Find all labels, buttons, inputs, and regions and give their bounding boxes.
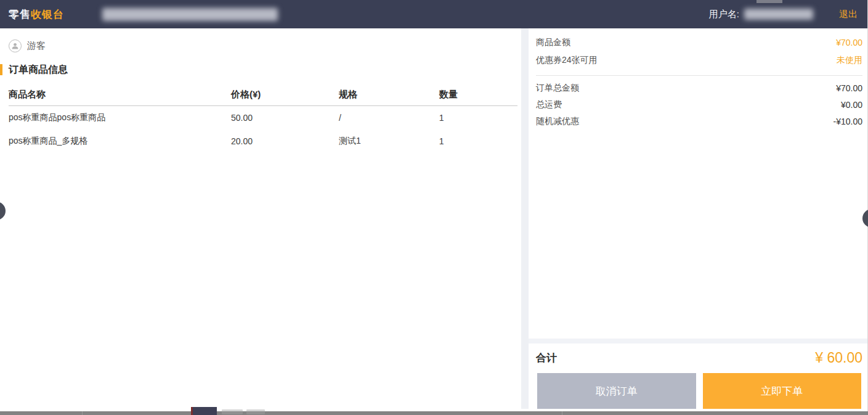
column-header-price: 价格(¥) <box>231 89 339 101</box>
total-row: 合计 ¥ 60.00 <box>536 343 862 372</box>
taskbar-label-blur <box>222 409 243 414</box>
cancel-order-button[interactable]: 取消订单 <box>537 373 696 409</box>
shipping-row: 总运费 ¥0.00 <box>536 96 862 113</box>
taskbar-strip <box>0 411 868 415</box>
shipping-value: ¥0.00 <box>841 100 862 110</box>
total-section-divider <box>529 339 867 343</box>
main-content: 游客 订单商品信息 商品名称 价格(¥) 规格 数量 pos称重商品pos称重商… <box>0 28 867 409</box>
taskbar-separator <box>562 411 562 415</box>
coupon-status-value[interactable]: 未使用 <box>837 55 862 66</box>
order-summary-panel: 商品金额 ¥70.00 优惠券24张可用 未使用 订单总金额 ¥70.00 总运… <box>529 28 867 409</box>
order-total-row: 订单总金额 ¥70.00 <box>536 80 862 96</box>
submit-order-button[interactable]: 立即下单 <box>703 373 862 409</box>
column-header-spec: 规格 <box>339 89 439 101</box>
products-table: 商品名称 价格(¥) 规格 数量 pos称重商品pos称重商品 50.00 / … <box>9 84 517 153</box>
username-label: 用户名: <box>709 9 739 20</box>
discount-row: 随机减优惠 -¥10.00 <box>536 113 862 129</box>
top-header: 零售收银台 用户名: 退出 <box>0 0 867 28</box>
total-label: 合计 <box>536 351 557 365</box>
customer-name: 游客 <box>27 40 46 52</box>
summary-spacer <box>536 129 862 339</box>
customer-row[interactable]: 游客 <box>9 38 521 53</box>
action-buttons: 取消订单 立即下单 <box>537 373 861 409</box>
coupon-label: 优惠券24张可用 <box>536 55 598 66</box>
shipping-label: 总运费 <box>536 99 562 110</box>
person-icon <box>9 39 22 52</box>
order-total-value: ¥70.00 <box>836 83 862 93</box>
brand-prefix: 零售 <box>9 9 31 20</box>
taskbar-thumbnail <box>191 407 217 415</box>
coupon-row[interactable]: 优惠券24张可用 未使用 <box>536 51 862 69</box>
pos-app-window: 零售收银台 用户名: 退出 游客 订单商品信息 商品名称 <box>0 0 868 415</box>
table-header-row: 商品名称 价格(¥) 规格 数量 <box>9 84 517 106</box>
goods-amount-row: 商品金额 ¥70.00 <box>536 33 862 51</box>
discount-value: -¥10.00 <box>834 117 862 126</box>
store-name-blurred <box>102 8 278 21</box>
cell-product-name: pos称重商品pos称重商品 <box>9 112 231 123</box>
table-row[interactable]: pos称重商品pos称重商品 50.00 / 1 <box>9 106 517 129</box>
goods-amount-label: 商品金额 <box>536 37 570 48</box>
cell-product-name: pos称重商品_多规格 <box>9 136 231 147</box>
taskbar-separator <box>82 411 83 415</box>
order-products-panel: 游客 订单商品信息 商品名称 价格(¥) 规格 数量 pos称重商品pos称重商… <box>0 28 521 409</box>
cell-qty: 1 <box>439 113 517 123</box>
cell-qty: 1 <box>439 136 517 146</box>
cell-spec: / <box>339 113 439 123</box>
cell-price: 20.00 <box>231 136 339 146</box>
section-title: 订单商品信息 <box>0 64 521 75</box>
panel-divider <box>521 28 529 409</box>
divider-line <box>536 75 862 76</box>
table-row[interactable]: pos称重商品_多规格 20.00 测试1 1 <box>9 129 517 153</box>
username-blurred <box>744 9 813 20</box>
brand-suffix: 收银台 <box>31 9 64 20</box>
column-header-qty: 数量 <box>439 89 517 101</box>
background-artifact <box>756 0 782 3</box>
order-total-label: 订单总金额 <box>536 83 579 94</box>
column-header-name: 商品名称 <box>9 89 231 101</box>
discount-label: 随机减优惠 <box>536 116 579 127</box>
total-amount: ¥ 60.00 <box>815 350 862 366</box>
goods-amount-value: ¥70.00 <box>836 38 862 47</box>
cell-spec: 测试1 <box>339 136 439 147</box>
logout-button[interactable]: 退出 <box>839 9 858 20</box>
brand-logo: 零售收银台 <box>9 7 64 22</box>
taskbar-label-blur <box>246 409 265 414</box>
cell-price: 50.00 <box>231 113 339 123</box>
